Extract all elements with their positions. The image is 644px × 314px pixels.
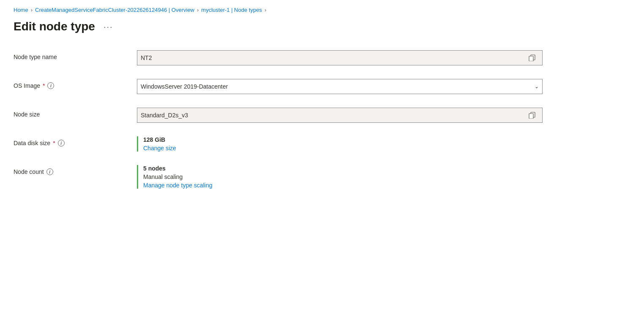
form-control-col-node-count: 5 nodes Manual scaling Manage node type …	[137, 165, 543, 189]
node-size-value: Standard_D2s_v3	[141, 112, 525, 119]
data-disk-size-info-icon[interactable]: i	[58, 140, 65, 146]
page-title-row: Edit node type ···	[14, 20, 630, 33]
data-disk-size-label: Data disk size	[14, 140, 50, 146]
svg-rect-3	[529, 114, 533, 119]
form-label-col-node-size: Node size	[14, 108, 123, 118]
breadcrumb-home[interactable]: Home	[14, 7, 28, 13]
manage-scaling-link[interactable]: Manage node type scaling	[143, 182, 543, 189]
os-image-chevron-icon: ⌄	[535, 84, 539, 89]
form-control-col-node-size: Standard_D2s_v3	[137, 108, 543, 123]
form-control-col-data-disk-size: 128 GiB Change size	[137, 136, 543, 152]
breadcrumb-cluster-overview[interactable]: CreateManagedServiceFabricCluster-202262…	[35, 7, 194, 13]
node-size-copy-button[interactable]	[525, 108, 539, 122]
breadcrumb: Home › CreateManagedServiceFabricCluster…	[14, 7, 630, 13]
form-row-node-count: Node count i 5 nodes Manual scaling Mana…	[14, 165, 630, 189]
os-image-label: OS Image	[14, 82, 40, 89]
os-image-info-icon[interactable]: i	[47, 82, 54, 89]
form-container: Node type name NT2 OS Image *	[14, 50, 630, 189]
form-row-os-image: OS Image * i WindowsServer 2019-Datacent…	[14, 79, 630, 94]
node-count-scaling-type: Manual scaling	[143, 173, 543, 180]
ellipsis-menu-button[interactable]: ···	[100, 20, 117, 33]
breadcrumb-node-types[interactable]: mycluster-1 | Node types	[201, 7, 262, 13]
copy-icon	[529, 112, 535, 119]
node-type-name-field: NT2	[137, 50, 543, 65]
form-row-node-size: Node size Standard_D2s_v3	[14, 108, 630, 123]
data-disk-size-value: 128 GiB	[143, 136, 543, 143]
change-size-link[interactable]: Change size	[143, 145, 543, 152]
node-size-field: Standard_D2s_v3	[137, 108, 543, 123]
form-control-col-os-image: WindowsServer 2019-Datacenter ⌄	[137, 79, 543, 94]
node-count-label: Node count	[14, 168, 44, 175]
node-type-name-copy-button[interactable]	[525, 51, 539, 65]
form-label-col-node-type-name: Node type name	[14, 50, 123, 60]
os-image-dropdown-value: WindowsServer 2019-Datacenter	[141, 83, 535, 90]
form-row-node-type-name: Node type name NT2	[14, 50, 630, 65]
breadcrumb-separator-2: ›	[197, 7, 199, 13]
copy-icon	[529, 54, 535, 61]
data-disk-size-required-star: *	[53, 140, 55, 146]
svg-rect-1	[529, 56, 533, 61]
data-disk-size-display: 128 GiB Change size	[137, 136, 543, 152]
form-row-data-disk-size: Data disk size * i 128 GiB Change size	[14, 136, 630, 152]
os-image-required-star: *	[43, 82, 45, 89]
node-size-label: Node size	[14, 111, 40, 118]
node-type-name-value: NT2	[141, 54, 525, 61]
node-count-display: 5 nodes Manual scaling Manage node type …	[137, 165, 543, 189]
form-label-col-data-disk-size: Data disk size * i	[14, 136, 123, 146]
node-count-value: 5 nodes	[143, 165, 543, 172]
breadcrumb-separator-3: ›	[265, 7, 266, 13]
node-count-info-icon[interactable]: i	[46, 168, 53, 175]
page-title: Edit node type	[14, 20, 95, 33]
page-container: Home › CreateManagedServiceFabricCluster…	[0, 0, 644, 202]
os-image-dropdown[interactable]: WindowsServer 2019-Datacenter ⌄	[137, 79, 543, 94]
form-control-col-node-type-name: NT2	[137, 50, 543, 65]
form-label-col-node-count: Node count i	[14, 165, 123, 175]
node-type-name-label: Node type name	[14, 54, 57, 60]
breadcrumb-separator-1: ›	[31, 7, 33, 13]
form-label-col-os-image: OS Image * i	[14, 79, 123, 89]
